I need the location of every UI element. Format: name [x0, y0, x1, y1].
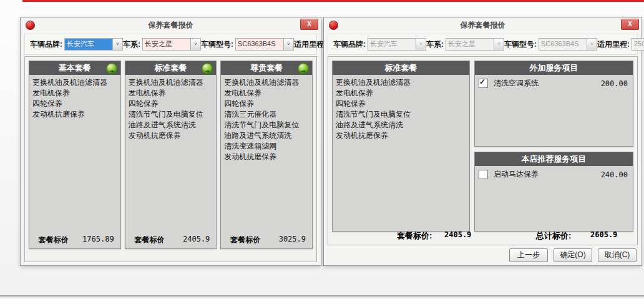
- addon-checkbox-checked[interactable]: ✓: [479, 79, 488, 88]
- field-brand: 车辆品牌: 长安汽车 v: [30, 38, 123, 51]
- chevron-down-icon: v: [587, 39, 597, 50]
- selection-groupbox: 标准套餐 更换机油及机油滤清器发电机保养四轮保养清洗节气门及电脑复位油路及进气系…: [328, 56, 638, 245]
- chevron-down-icon: v: [416, 39, 426, 50]
- package-price-row: 套餐标价 3025.9: [221, 235, 307, 246]
- package-price-row: 套餐标价 2405.9: [125, 235, 212, 246]
- total-price-value: 2605.9: [590, 230, 617, 239]
- package-price-row: 套餐标价 1765.89: [29, 235, 115, 246]
- field-model: 车辆型号: SC6363B4S v: [201, 38, 294, 51]
- close-icon[interactable]: X: [300, 19, 318, 30]
- package-card-premium: 尊贵套餐 ➔ 更换机油及机油滤清器发电机保养四轮保养清洗三元催化器清洗节气门及电…: [220, 61, 313, 249]
- service-row: ✓ 清洗空调系统 200.00: [475, 75, 633, 89]
- bottom-gray-line: [0, 295, 644, 297]
- dialog-button-row: 上一步 确定(O) 取消(C): [509, 248, 637, 262]
- service-label: 启动马达保养: [494, 169, 601, 180]
- package-item: 清洗三元催化器: [224, 109, 309, 120]
- series-label: 车系:: [123, 39, 140, 50]
- desktop: 保养套餐报价 X 车辆品牌: 长安汽车 v 车系: 长安之星 v 车辆型号:: [0, 0, 644, 299]
- ok-button[interactable]: 确定(O): [554, 248, 592, 262]
- field-model: 车辆型号: SC6363B4S v: [504, 38, 597, 51]
- package-item: 清洗变速箱滤网: [224, 141, 309, 152]
- package-item: 四轮保养: [129, 99, 213, 109]
- package-item-list: 更换机油及机油滤清器发电机保养四轮保养发动机抗磨保养: [29, 75, 120, 122]
- panel-header: 本店推荐服务项目: [475, 152, 633, 166]
- package-item: 油路及进气系统清洗: [129, 120, 213, 130]
- field-mileage: 适用里程: 25000KM v: [597, 38, 644, 51]
- app-icon: [26, 21, 35, 30]
- packages-groupbox: 基本套餐 ➔ 更换机油及机油滤清器发电机保养四轮保养发动机抗磨保养 套餐标价 1…: [24, 56, 317, 262]
- brand-combobox[interactable]: 长安汽车 v: [64, 38, 123, 51]
- vehicle-filter-bar: 车辆品牌: 长安汽车 v 车系: 长安之星 v 车辆型号: SC6363B4S …: [328, 34, 638, 55]
- package-item: 发动机抗磨保养: [32, 109, 117, 120]
- package-item: 油路及进气系统清洗: [224, 130, 309, 141]
- vehicle-filter-bar: 车辆品牌: 长安汽车 v 车系: 长安之星 v 车辆型号: SC6363B4S …: [24, 34, 317, 55]
- package-price-value: 2405.9: [444, 230, 471, 239]
- package-header: 标准套餐: [333, 61, 469, 75]
- package-price-label: 套餐标价:: [397, 230, 432, 242]
- package-item: 发动机抗磨保养: [129, 130, 213, 141]
- check-icon: ✓: [479, 77, 485, 86]
- package-item: 更换机油及机油滤清器: [336, 77, 466, 88]
- select-package-icon[interactable]: ➔: [202, 63, 213, 74]
- package-item: 四轮保养: [224, 99, 309, 109]
- package-item: 更换机油及机油滤清器: [32, 77, 117, 88]
- title-bar[interactable]: 保养套餐报价 X: [21, 17, 321, 32]
- package-item: 发电机保养: [129, 88, 213, 99]
- model-combobox-disabled: SC6363B4S v: [539, 38, 597, 51]
- model-label: 车辆型号:: [201, 39, 233, 50]
- package-item: 发动机抗磨保养: [224, 152, 309, 162]
- series-combobox-disabled: 长安之星 v: [446, 38, 504, 51]
- title-bar[interactable]: 保养套餐报价 X: [324, 17, 642, 32]
- select-package-icon[interactable]: ➔: [106, 63, 117, 74]
- chevron-down-icon[interactable]: v: [190, 39, 200, 50]
- service-row: 启动马达保养 240.00: [475, 166, 633, 180]
- service-label: 清洗空调系统: [494, 78, 601, 89]
- chevron-down-icon[interactable]: v: [283, 39, 293, 50]
- package-item: 更换机油及机油滤清器: [224, 77, 309, 88]
- package-card-basic: 基本套餐 ➔ 更换机油及机油滤清器发电机保养四轮保养发动机抗磨保养 套餐标价 1…: [29, 61, 121, 249]
- mileage-label: 适用里程:: [597, 39, 630, 50]
- series-label: 车系:: [426, 39, 444, 50]
- recommend-checkbox-unchecked[interactable]: [479, 170, 488, 179]
- mileage-label: 适用里程:: [294, 39, 326, 50]
- series-combobox[interactable]: 长安之星 v: [142, 38, 201, 51]
- chevron-down-icon[interactable]: v: [112, 39, 122, 50]
- select-package-icon[interactable]: ➔: [298, 63, 309, 74]
- package-item: 发电机保养: [32, 88, 117, 99]
- dialog-title: 保养套餐报价: [21, 17, 321, 32]
- package-quote-dialog-step1: 保养套餐报价 X 车辆品牌: 长安汽车 v 车系: 长安之星 v 车辆型号:: [20, 17, 321, 266]
- package-header: 基本套餐 ➔: [29, 61, 120, 75]
- recommended-services-panel: 本店推荐服务项目 启动马达保养 240.00: [474, 152, 633, 232]
- package-item: 更换机油及机油滤清器: [129, 77, 213, 88]
- package-item: 发动机抗磨保养: [336, 130, 466, 141]
- app-icon: [329, 21, 338, 30]
- field-series: 车系: 长安之星 v: [426, 38, 504, 51]
- mileage-combobox-disabled: 25000KM v: [632, 38, 644, 51]
- model-label: 车辆型号:: [504, 39, 537, 50]
- package-item: 清洗节气门及电脑复位: [129, 109, 213, 120]
- price-summary-row: 套餐标价: 2405.9 总计标价: 2605.9: [328, 230, 637, 242]
- package-item: 清洗节气门及电脑复位: [336, 109, 466, 120]
- panel-header: 外加服务项目: [475, 61, 633, 75]
- brand-label: 车辆品牌:: [333, 39, 366, 50]
- model-combobox[interactable]: SC6363B4S v: [235, 38, 294, 51]
- package-quote-dialog-step2: 保养套餐报价 X 车辆品牌: 长安汽车 v 车系: 长安之星 v 车辆型号:: [323, 17, 642, 266]
- package-header: 标准套餐 ➔: [125, 61, 217, 75]
- brand-combobox-disabled: 长安汽车 v: [368, 38, 426, 51]
- package-item: 清洗节气门及电脑复位: [224, 120, 309, 130]
- package-item: 油路及进气系统清洗: [336, 120, 466, 130]
- dialog-title: 保养套餐报价: [324, 17, 642, 32]
- package-item-list: 更换机油及机油滤清器发电机保养四轮保养清洗三元催化器清洗节气门及电脑复位油路及进…: [221, 75, 312, 165]
- close-icon[interactable]: X: [621, 19, 639, 30]
- cancel-button[interactable]: 取消(C): [598, 248, 637, 262]
- addon-services-panel: 外加服务项目 ✓ 清洗空调系统 200.00: [474, 61, 633, 147]
- package-header: 尊贵套餐 ➔: [221, 61, 312, 75]
- chevron-down-icon: v: [494, 39, 504, 50]
- service-price: 240.00: [601, 170, 628, 179]
- top-red-line: [22, 0, 644, 2]
- package-item: 四轮保养: [32, 99, 117, 109]
- package-item-list: 更换机油及机油滤清器发电机保养四轮保养清洗节气门及电脑复位油路及进气系统清洗发动…: [125, 75, 217, 144]
- package-item: 发电机保养: [336, 88, 466, 99]
- previous-step-button[interactable]: 上一步: [509, 248, 548, 262]
- package-price-value: 1765.89: [82, 235, 114, 243]
